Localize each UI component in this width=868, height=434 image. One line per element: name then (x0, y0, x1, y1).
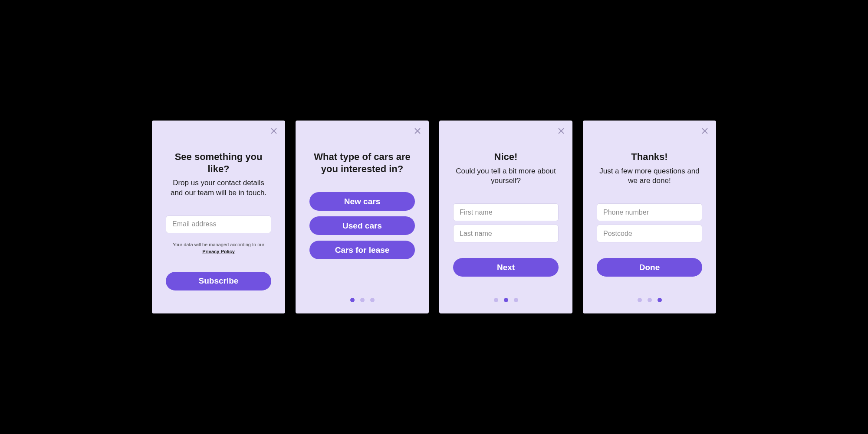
pagination-dot[interactable] (504, 298, 508, 302)
pagination-dot[interactable] (648, 298, 652, 302)
pagination-dots (296, 298, 429, 302)
pagination-dot[interactable] (638, 298, 642, 302)
pagination-dot[interactable] (514, 298, 518, 302)
option-used-cars[interactable]: Used cars (309, 216, 415, 235)
first-name-input[interactable] (453, 203, 559, 221)
card-subtitle: Drop us your contact details and our tea… (166, 178, 271, 198)
card-title: Nice! (453, 151, 559, 163)
pagination-dots (439, 298, 572, 302)
card-title: What type of cars are you interested in? (309, 151, 415, 175)
disclaimer-text: Your data will be managed according to o… (173, 242, 264, 247)
phone-input[interactable] (597, 203, 702, 221)
card-title: Thanks! (597, 151, 702, 163)
option-cars-for-lease[interactable]: Cars for lease (309, 241, 415, 259)
close-icon[interactable] (414, 127, 421, 135)
subscribe-card: See something you like? Drop us your con… (152, 121, 285, 313)
close-icon[interactable] (701, 127, 709, 135)
privacy-disclaimer: Your data will be managed according to o… (166, 241, 271, 255)
card-title: See something you like? (166, 151, 271, 175)
card-subtitle: Just a few more questions and we are don… (597, 166, 702, 186)
close-icon[interactable] (270, 127, 278, 135)
privacy-policy-link[interactable]: Privacy Policy (202, 249, 235, 254)
close-icon[interactable] (557, 127, 565, 135)
car-type-card: What type of cars are you interested in?… (296, 121, 429, 313)
pagination-dot[interactable] (658, 298, 662, 302)
next-button[interactable]: Next (453, 258, 559, 277)
last-name-input[interactable] (453, 225, 559, 242)
pagination-dot[interactable] (360, 298, 365, 302)
card-subtitle: Could you tell a bit more about yourself… (453, 166, 559, 186)
pagination-dot[interactable] (370, 298, 375, 302)
contact-card: Thanks! Just a few more questions and we… (583, 121, 716, 313)
postcode-input[interactable] (597, 225, 702, 242)
pagination-dot[interactable] (350, 298, 355, 302)
name-card: Nice! Could you tell a bit more about yo… (439, 121, 572, 313)
option-new-cars[interactable]: New cars (309, 192, 415, 211)
subscribe-button[interactable]: Subscribe (166, 272, 271, 290)
pagination-dot[interactable] (494, 298, 498, 302)
email-input[interactable] (166, 215, 271, 233)
done-button[interactable]: Done (597, 258, 702, 277)
pagination-dots (583, 298, 716, 302)
